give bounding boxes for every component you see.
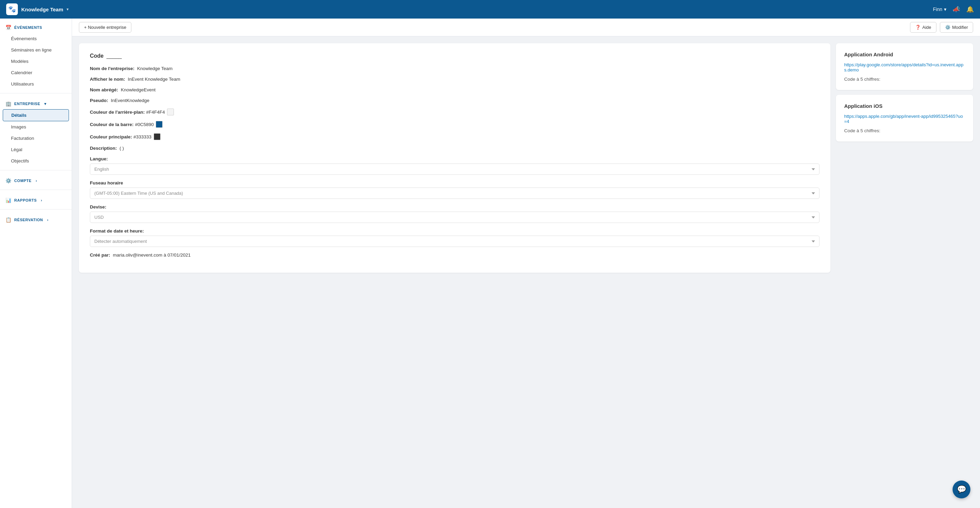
right-panel: Application Android https://play.google.…: [836, 43, 973, 142]
building-icon: 🏢: [5, 101, 12, 107]
new-company-label: + Nouvelle entreprise: [84, 25, 126, 30]
ios-card: Application iOS https://apps.apple.com/g…: [836, 95, 973, 142]
clipboard-icon: 📋: [5, 217, 12, 222]
gear-icon: ⚙️: [5, 178, 12, 184]
field-group-format-date: Format de date et heure: Détecter automa…: [90, 228, 819, 247]
field-couleur-principale: Couleur principale: #333333: [90, 133, 819, 140]
gear-modifier-icon: ⚙️: [945, 25, 950, 30]
langue-select[interactable]: English Français Español: [90, 163, 819, 175]
main-layout: 📅 ÉVÉNEMENTS Événements Séminaires en li…: [0, 19, 980, 508]
sidebar-section-rapports-label: RAPPORTS: [14, 198, 37, 202]
sidebar-item-details[interactable]: Détails: [3, 109, 69, 121]
sidebar-section-evenements: 📅 ÉVÉNEMENTS Événements Séminaires en li…: [0, 19, 72, 92]
new-company-button[interactable]: + Nouvelle entreprise: [79, 22, 131, 33]
sidebar-section-rapports: 📊 RAPPORTS ›: [0, 191, 72, 208]
field-nom-abrege: Nom abrégé: KnowledgeEvent: [90, 87, 819, 93]
user-chevron: ▾: [944, 6, 947, 12]
modifier-button[interactable]: ⚙️ Modifier: [940, 22, 973, 33]
sidebar-section-compte-title[interactable]: ⚙️ COMPTE ›: [0, 178, 72, 186]
sidebar-section-entreprise-title[interactable]: 🏢 ENTREPRISE ▾: [0, 101, 72, 109]
field-couleur-arriere-plan: Couleur de l'arrière-plan: #F4F4F4: [90, 109, 819, 115]
calendar-icon: 📅: [5, 25, 12, 30]
aide-button[interactable]: ❓ Aide: [910, 22, 936, 33]
android-link[interactable]: https://play.google.com/store/apps/detai…: [844, 62, 965, 72]
field-description: Description: ( ): [90, 145, 819, 151]
topnav-right: Finn ▾ 📣 🔔: [933, 5, 974, 13]
ios-link[interactable]: https://apps.apple.com/gb/app/inevent-ap…: [844, 114, 965, 124]
format-date-label: Format de date et heure:: [90, 228, 819, 233]
main-area: + Nouvelle entreprise ❓ Aide ⚙️ Modifier…: [72, 19, 980, 508]
field-group-devise: Devise: USD EUR GBP: [90, 204, 819, 223]
field-group-fuseau: Fuseau horaire (GMT-05:00) Eastern Time …: [90, 181, 819, 199]
sidebar-section-evenements-title[interactable]: 📅 ÉVÉNEMENTS: [0, 25, 72, 33]
sidebar-section-reservation-title[interactable]: 📋 RÉSERVATION ›: [0, 217, 72, 225]
app-title: Knowledge Team: [21, 6, 63, 12]
megaphone-icon[interactable]: 📣: [953, 5, 960, 13]
android-code-field: Code à 5 chiffres:: [844, 77, 965, 82]
topnav-left: 🐾 Knowledge Team ▾: [6, 3, 68, 15]
fuseau-select[interactable]: (GMT-05:00) Eastern Time (US and Canada)…: [90, 187, 819, 199]
entreprise-chevron: ▾: [44, 102, 47, 106]
sidebar-item-utilisateurs[interactable]: Utilisateurs: [0, 78, 72, 89]
chat-icon: 💬: [957, 485, 966, 494]
sidebar-item-facturation[interactable]: Facturation: [0, 133, 72, 144]
couleur-barre-swatch[interactable]: [156, 121, 162, 128]
toolbar-right: ❓ Aide ⚙️ Modifier: [910, 22, 973, 33]
langue-label: Langue:: [90, 156, 819, 161]
sidebar-item-calendrier[interactable]: Calendrier: [0, 67, 72, 78]
field-afficher-nom: Afficher le nom: InEvent Knowledge Team: [90, 77, 819, 82]
bell-icon[interactable]: 🔔: [966, 5, 974, 13]
sidebar-section-compte: ⚙️ COMPTE ›: [0, 172, 72, 188]
user-name: Finn: [933, 6, 942, 12]
main-detail-card: Code _____ Nom de l'entreprise: Knowledg…: [79, 43, 830, 273]
chat-button[interactable]: 💬: [953, 481, 970, 498]
android-card: Application Android https://play.google.…: [836, 43, 973, 90]
sidebar-section-entreprise: 🏢 ENTREPRISE ▾ Détails Images Facturatio…: [0, 95, 72, 169]
couleur-arriere-plan-swatch[interactable]: [167, 109, 174, 115]
format-date-select[interactable]: Détecter automatiquement MM/DD/YYYY DD/M…: [90, 236, 819, 247]
sidebar-section-entreprise-label: ENTREPRISE: [14, 102, 40, 106]
reservation-chevron: ›: [47, 218, 48, 222]
field-nom-entreprise: Nom de l'entreprise: Knowledge Team: [90, 66, 819, 71]
field-pseudo: Pseudo: InEventKnowledge: [90, 98, 819, 103]
ios-code-label: Code à 5 chiffres:: [844, 128, 881, 133]
question-icon: ❓: [915, 25, 921, 30]
android-title: Application Android: [844, 51, 965, 58]
content-area: Code _____ Nom de l'entreprise: Knowledg…: [72, 37, 980, 508]
code-field: Code _____: [90, 53, 819, 59]
rapports-chevron: ›: [41, 198, 42, 202]
field-cree-par: Créé par: maria.oliv@inevent.com à 07/01…: [90, 252, 819, 257]
sidebar-item-images[interactable]: Images: [0, 121, 72, 133]
modifier-label: Modifier: [952, 25, 968, 30]
devise-select[interactable]: USD EUR GBP: [90, 212, 819, 223]
sidebar-item-objectifs[interactable]: Objectifs: [0, 155, 72, 166]
sidebar: 📅 ÉVÉNEMENTS Événements Séminaires en li…: [0, 19, 72, 508]
field-couleur-barre: Couleur de la barre: #0C5890: [90, 121, 819, 128]
chart-icon: 📊: [5, 198, 12, 203]
code-value: _____: [107, 53, 122, 59]
sidebar-item-legal[interactable]: Légal: [0, 144, 72, 155]
fuseau-label: Fuseau horaire: [90, 181, 819, 185]
aide-label: Aide: [923, 25, 931, 30]
couleur-principale-swatch[interactable]: [154, 133, 161, 140]
field-group-langue: Langue: English Français Español: [90, 156, 819, 175]
sidebar-item-modeles[interactable]: Modèles: [0, 56, 72, 67]
sidebar-item-seminaires[interactable]: Séminaires en ligne: [0, 44, 72, 56]
android-code-label: Code à 5 chiffres:: [844, 77, 881, 82]
app-logo: 🐾: [6, 3, 18, 15]
sidebar-section-reservation: 📋 RÉSERVATION ›: [0, 211, 72, 227]
code-label: Code: [90, 53, 103, 59]
sidebar-section-reservation-label: RÉSERVATION: [14, 218, 43, 222]
sidebar-section-rapports-title[interactable]: 📊 RAPPORTS ›: [0, 198, 72, 206]
toolbar-left: + Nouvelle entreprise: [79, 22, 131, 33]
toolbar: + Nouvelle entreprise ❓ Aide ⚙️ Modifier: [72, 19, 980, 37]
sidebar-section-evenements-label: ÉVÉNEMENTS: [14, 26, 42, 30]
user-menu[interactable]: Finn ▾: [933, 6, 947, 12]
ios-title: Application iOS: [844, 103, 965, 109]
ios-code-field: Code à 5 chiffres:: [844, 128, 965, 133]
devise-label: Devise:: [90, 204, 819, 209]
sidebar-item-evenements[interactable]: Événements: [0, 33, 72, 44]
app-dropdown-chevron[interactable]: ▾: [67, 7, 68, 12]
sidebar-section-compte-label: COMPTE: [14, 179, 32, 183]
top-navigation: 🐾 Knowledge Team ▾ Finn ▾ 📣 🔔: [0, 0, 980, 19]
